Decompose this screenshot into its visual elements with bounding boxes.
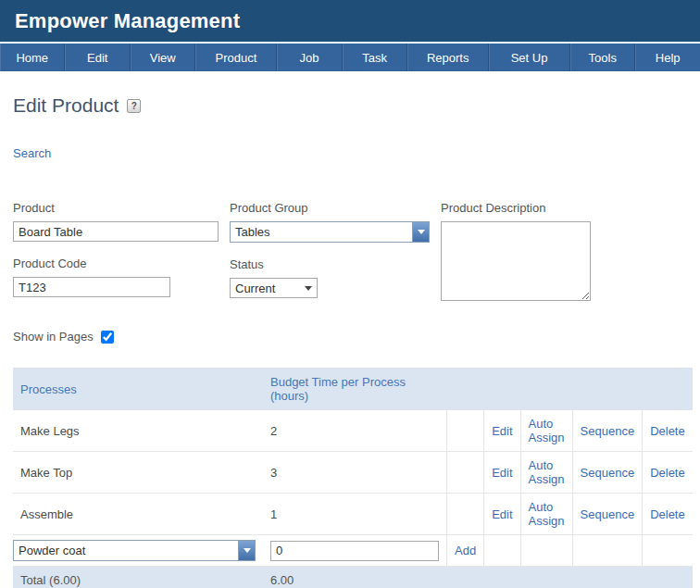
main-nav: Home Edit View Product Job Task Reports … — [0, 44, 700, 71]
table-header-row: Processes Budget Time per Process (hours… — [13, 368, 693, 410]
sequence-link[interactable]: Sequence — [581, 466, 635, 480]
edit-link[interactable]: Edit — [492, 424, 512, 438]
status-select[interactable]: Current — [230, 278, 318, 298]
processes-table: Processes Budget Time per Process (hours… — [13, 368, 693, 588]
nav-item-setup[interactable]: Set Up — [488, 44, 569, 71]
product-description-textarea[interactable] — [441, 221, 591, 301]
nav-item-task[interactable]: Task — [342, 44, 406, 71]
hours-cell: 2 — [263, 410, 447, 452]
delete-link[interactable]: Delete — [650, 424, 685, 438]
show-in-pages-row: Show in Pages — [13, 330, 687, 344]
nav-item-product[interactable]: Product — [194, 44, 276, 71]
page-help-icon[interactable]: ? — [127, 99, 141, 113]
nav-item-home[interactable]: Home — [0, 44, 64, 71]
show-in-pages-checkbox[interactable] — [101, 331, 114, 344]
chevron-down-icon — [305, 286, 312, 291]
table-row: Make Top 3 Edit Auto Assign Sequence Del… — [13, 452, 693, 494]
chevron-down-icon — [244, 548, 251, 553]
status-label: Status — [230, 257, 430, 271]
chevron-down-icon — [418, 230, 425, 234]
product-group-label: Product Group — [230, 201, 430, 215]
hours-input[interactable] — [270, 541, 439, 561]
product-group-select[interactable]: Tables — [230, 221, 430, 243]
delete-link[interactable]: Delete — [650, 466, 685, 480]
nav-item-view[interactable]: View — [130, 44, 194, 71]
table-row: Make Legs 2 Edit Auto Assign Sequence De… — [13, 410, 693, 452]
total-row: Total (6.00) 6.00 — [13, 567, 693, 588]
add-process-row: Powder coat Add — [13, 535, 693, 567]
total-label: Total (6.00) — [13, 567, 263, 588]
auto-assign-link[interactable]: Auto Assign — [529, 500, 565, 528]
page-title: Edit Product — [13, 94, 119, 117]
status-value: Current — [235, 281, 305, 295]
nav-item-help[interactable]: Help — [634, 44, 699, 71]
product-code-label: Product Code — [13, 256, 219, 270]
sequence-link[interactable]: Sequence — [581, 424, 635, 438]
processes-header: Processes — [13, 368, 263, 410]
process-cell: Make Top — [13, 452, 263, 494]
page-title-row: Edit Product ? — [13, 94, 700, 117]
nav-item-tools[interactable]: Tools — [569, 44, 634, 71]
product-code-input[interactable] — [13, 277, 170, 297]
total-value: 6.00 — [263, 567, 447, 588]
hours-cell: 1 — [263, 494, 447, 535]
dropdown-arrow-icon[interactable] — [412, 222, 429, 242]
form-column-1: Product Product Code — [13, 201, 219, 297]
auto-assign-link[interactable]: Auto Assign — [529, 458, 565, 486]
product-group-value: Tables — [231, 222, 412, 242]
process-cell: Make Legs — [13, 410, 263, 452]
delete-link[interactable]: Delete — [650, 507, 685, 521]
app-title: Empower Management — [15, 9, 240, 33]
form-column-2: Product Group Tables Status Current — [230, 201, 430, 298]
hours-cell: 3 — [263, 452, 447, 494]
product-description-label: Product Description — [441, 201, 591, 215]
edit-link[interactable]: Edit — [492, 466, 512, 480]
edit-link[interactable]: Edit — [492, 507, 512, 521]
show-in-pages-label: Show in Pages — [13, 330, 94, 344]
nav-item-job[interactable]: Job — [276, 44, 341, 71]
product-label: Product — [13, 201, 219, 215]
add-link[interactable]: Add — [455, 544, 476, 557]
product-input[interactable] — [13, 221, 219, 242]
budget-time-header: Budget Time per Process (hours) — [263, 368, 447, 410]
nav-item-edit[interactable]: Edit — [64, 44, 129, 71]
process-select[interactable]: Powder coat — [13, 540, 256, 561]
table-row: Assemble 1 Edit Auto Assign Sequence Del… — [13, 494, 693, 535]
nav-item-reports[interactable]: Reports — [406, 44, 488, 71]
process-cell: Assemble — [13, 494, 263, 535]
form-column-3: Product Description — [441, 201, 591, 304]
process-select-value: Powder coat — [14, 541, 238, 560]
search-link[interactable]: Search — [13, 146, 51, 160]
auto-assign-link[interactable]: Auto Assign — [529, 417, 565, 444]
dropdown-arrow-icon[interactable] — [238, 541, 255, 560]
app-header: Empower Management — [0, 0, 700, 42]
sequence-link[interactable]: Sequence — [581, 507, 635, 521]
product-form: Product Product Code Product Group Table… — [13, 201, 687, 304]
